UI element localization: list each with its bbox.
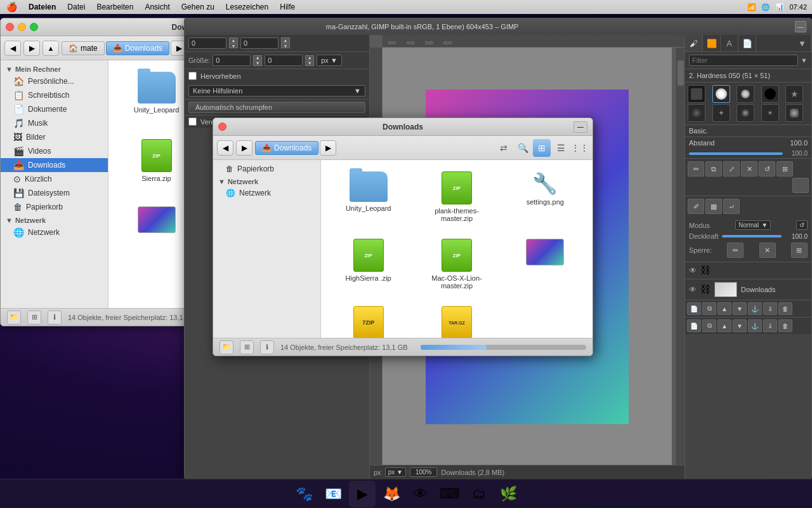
- breadcrumb-downloads[interactable]: 📥 Downloads: [106, 41, 169, 55]
- gimp-tool-plus[interactable]: [792, 178, 809, 193]
- brush-item-2[interactable]: [712, 85, 730, 103]
- gimp-y-up[interactable]: ▲: [281, 37, 290, 43]
- scrollbar-vertical[interactable]: [676, 48, 684, 466]
- fm2-file-wallpaper[interactable]: [504, 234, 586, 295]
- gimp-zoom-dropdown[interactable]: 100%: [410, 467, 438, 477]
- gimp-tool-resize[interactable]: ⤢: [723, 161, 740, 177]
- gimp-icon-2[interactable]: ⧉: [702, 319, 716, 332]
- taskbar-green[interactable]: 🌿: [495, 481, 521, 507]
- gimp-delete-layer-btn[interactable]: 🗑: [778, 302, 792, 315]
- fm2-new-folder-btn[interactable]: 📁: [219, 340, 233, 354]
- menu-bearbeiten[interactable]: Bearbeiten: [91, 2, 138, 12]
- taskbar-finder[interactable]: 🐾: [291, 481, 317, 507]
- new-folder-button[interactable]: 📁: [7, 311, 21, 324]
- gimp-panel-expand[interactable]: ▼: [794, 35, 811, 51]
- gimp-x-down[interactable]: ▼: [229, 43, 238, 48]
- close-button[interactable]: [6, 23, 14, 31]
- sidebar-item-documents[interactable]: 📄Dokumente: [1, 102, 108, 116]
- sidebar-item-music[interactable]: 🎵Musik: [1, 116, 108, 130]
- fm2-breadcrumb-downloads[interactable]: 📥 Downloads: [255, 141, 318, 155]
- gimp-anchor-layer-btn[interactable]: ⚓: [748, 302, 762, 315]
- gimp-icon-7[interactable]: 🗑: [778, 319, 792, 332]
- gimp-layer-link[interactable]: ⛓: [700, 265, 710, 276]
- gimp-tab-fonts[interactable]: A: [721, 35, 738, 51]
- maximize-button[interactable]: [30, 23, 38, 31]
- menu-dateien[interactable]: Dateien: [23, 2, 61, 12]
- gimp-layer-link2[interactable]: ⛓: [700, 284, 710, 295]
- gimp-icon-5[interactable]: ⚓: [748, 319, 762, 332]
- sidebar-item-filesystem[interactable]: 💾Dateisystem: [1, 186, 108, 200]
- brush-item-10[interactable]: [785, 104, 803, 122]
- gimp-icon-3[interactable]: ▲: [717, 319, 731, 332]
- fm2-minimize-button[interactable]: —: [573, 121, 587, 133]
- breadcrumb-home[interactable]: 🏠 mate: [62, 41, 105, 55]
- gimp-height-field[interactable]: 0: [265, 55, 303, 66]
- fm2-properties-btn[interactable]: ⊞: [240, 340, 254, 354]
- minimize-button[interactable]: [18, 23, 26, 31]
- fm2-list-view[interactable]: ☰: [552, 139, 570, 157]
- gimp-tool-copy[interactable]: ⧉: [705, 161, 722, 177]
- gimp-y-coord[interactable]: 0: [240, 37, 278, 49]
- gimp-minimize-button[interactable]: —: [795, 21, 806, 32]
- gimp-copy-layer-btn[interactable]: ⧉: [702, 302, 716, 315]
- fm2-close[interactable]: [218, 123, 226, 131]
- gimp-tool-refresh[interactable]: ↺: [759, 161, 775, 177]
- gimp-tab-brushes[interactable]: 🖌: [685, 35, 703, 51]
- gimp-merge-layer-btn[interactable]: ⇓: [763, 302, 777, 315]
- brush-item-5[interactable]: ★: [785, 85, 803, 103]
- up-button[interactable]: ▲: [43, 41, 59, 56]
- fm2-sidebar-trash[interactable]: 🗑Papierkorb: [213, 163, 320, 175]
- gimp-x-up[interactable]: ▲: [229, 37, 238, 43]
- gimp-tool-pen[interactable]: ✏: [688, 161, 704, 177]
- gimp-hervorheben-checkbox[interactable]: [188, 72, 197, 80]
- gimp-tool-pencil[interactable]: ✐: [688, 199, 704, 214]
- fm2-forward[interactable]: ▶: [236, 140, 252, 156]
- gimp-modus-dropdown[interactable]: Normal ▼: [735, 220, 771, 230]
- fm2-toggle[interactable]: ⇄: [495, 139, 513, 157]
- brush-item-8[interactable]: [737, 104, 754, 122]
- sidebar-item-recent[interactable]: ⊙Kürzlich: [1, 172, 108, 186]
- gimp-modus-extra[interactable]: ↺: [796, 220, 808, 230]
- taskbar-filemanager[interactable]: 🗂: [466, 481, 492, 507]
- gimp-tool-arrow[interactable]: ⤾: [723, 199, 740, 214]
- fm2-info-btn[interactable]: ℹ: [260, 340, 274, 354]
- fm2-file-settings[interactable]: 🔧 settings.png: [504, 166, 586, 227]
- properties-button[interactable]: ⊞: [27, 311, 41, 324]
- gimp-new-layer-btn[interactable]: 📄: [687, 302, 701, 315]
- taskbar-keyboard[interactable]: ⌨: [436, 481, 463, 507]
- gimp-tab-docs[interactable]: 📄: [738, 35, 756, 51]
- menu-ansicht[interactable]: Ansicht: [140, 2, 174, 12]
- gimp-deckkraft-slider[interactable]: [722, 235, 782, 237]
- brush-item-9[interactable]: ✴: [761, 104, 779, 122]
- taskbar-firefox[interactable]: 🦊: [378, 481, 405, 507]
- gimp-tool-x[interactable]: ✕: [741, 161, 757, 177]
- gimp-filter-input[interactable]: [689, 55, 798, 66]
- apple-menu[interactable]: 🍎: [0, 2, 23, 12]
- fm2-breadcrumb-next[interactable]: ▶: [320, 140, 336, 156]
- fm2-file-tar[interactable]: TAR.GZ: [416, 301, 497, 338]
- fm2-file-unity[interactable]: Unity_Leopard: [327, 166, 409, 227]
- info-button[interactable]: ℹ: [48, 311, 62, 324]
- gimp-width-field[interactable]: 0: [213, 55, 251, 66]
- forward-button[interactable]: ▶: [23, 41, 40, 56]
- fm2-file-7zip[interactable]: 7ZIP: [327, 301, 409, 338]
- gimp-icon-1[interactable]: 📄: [687, 319, 701, 332]
- scrollbar-thumb[interactable]: [678, 60, 684, 86]
- gimp-layer-visibility-2[interactable]: 👁: [689, 285, 697, 294]
- menu-lesezeichen[interactable]: Lesezeichen: [221, 2, 273, 12]
- brush-item-7[interactable]: ✦: [712, 104, 730, 122]
- menu-gehen[interactable]: Gehen zu: [176, 2, 219, 12]
- brush-item-6[interactable]: [688, 104, 705, 122]
- gimp-icon-4[interactable]: ▼: [733, 319, 747, 332]
- gimp-unit-select[interactable]: px ▼: [317, 55, 342, 66]
- fm2-back[interactable]: ◀: [217, 140, 233, 156]
- gimp-tab-patterns[interactable]: 🟧: [703, 35, 721, 51]
- gimp-lock-grid[interactable]: ⊞: [791, 243, 808, 258]
- sidebar-item-network[interactable]: 🌐Netzwerk: [1, 225, 108, 239]
- taskbar-mail[interactable]: 📧: [320, 481, 346, 507]
- gimp-lock-pen[interactable]: ✏: [727, 243, 743, 258]
- fm2-compact-view[interactable]: ⋮⋮: [571, 139, 589, 157]
- gimp-lock-cross[interactable]: ✕: [759, 243, 776, 258]
- brush-item-3[interactable]: [737, 85, 754, 103]
- gimp-x-coord[interactable]: 0: [188, 37, 226, 49]
